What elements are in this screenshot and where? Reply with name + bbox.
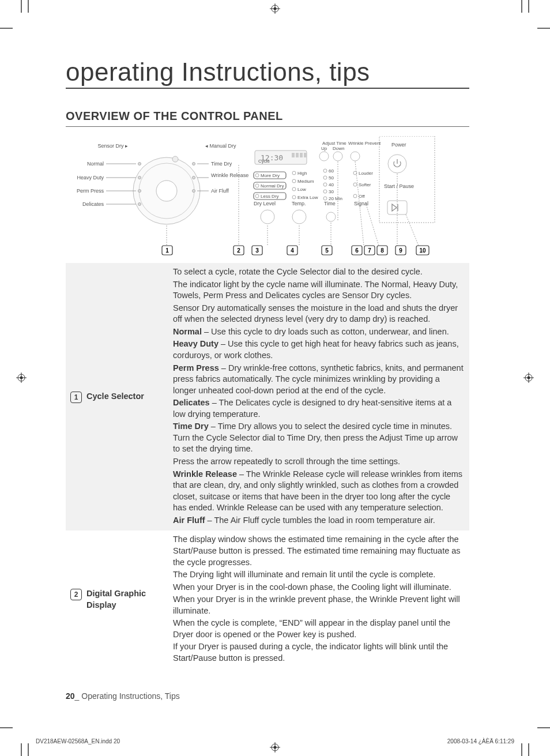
svg-point-15 xyxy=(528,377,530,379)
svg-text:Medium: Medium xyxy=(297,179,314,184)
svg-text:4: 4 xyxy=(291,247,294,254)
svg-point-3 xyxy=(274,7,277,10)
svg-text:50: 50 xyxy=(329,175,334,180)
svg-text:30: 30 xyxy=(329,189,334,194)
svg-point-75 xyxy=(323,183,327,186)
svg-point-61 xyxy=(292,171,296,175)
svg-line-111 xyxy=(406,215,419,246)
svg-rect-45 xyxy=(296,153,299,157)
row-description: The display window shows the estimated t… xyxy=(168,531,469,668)
svg-text:3: 3 xyxy=(255,247,259,254)
svg-text:Temp.: Temp. xyxy=(292,201,306,206)
svg-text:Adjust Time: Adjust Time xyxy=(322,141,346,146)
svg-text:Off: Off xyxy=(359,194,365,199)
svg-text:Less Dry: Less Dry xyxy=(261,194,279,199)
svg-text:Up: Up xyxy=(321,146,327,151)
svg-point-73 xyxy=(323,176,327,179)
svg-text:Wrinkle Prevent: Wrinkle Prevent xyxy=(348,141,381,146)
svg-text:◂  Manual Dry: ◂ Manual Dry xyxy=(205,143,236,149)
svg-point-87 xyxy=(333,152,342,161)
svg-point-86 xyxy=(319,152,329,161)
row-label: Cycle Selector xyxy=(86,391,144,403)
svg-point-71 xyxy=(323,169,327,172)
svg-text:Perm Press: Perm Press xyxy=(77,188,104,194)
svg-point-70 xyxy=(292,210,306,224)
svg-point-20 xyxy=(138,176,141,179)
row-description: To select a cycle, rotate the Cycle Sele… xyxy=(168,263,469,531)
svg-text:40: 40 xyxy=(329,182,334,187)
svg-text:Softer: Softer xyxy=(359,182,371,187)
svg-text:Wrinkle Release: Wrinkle Release xyxy=(211,172,248,178)
svg-line-109 xyxy=(366,202,379,246)
svg-text:Heavy Duty: Heavy Duty xyxy=(77,175,104,180)
svg-text:60: 60 xyxy=(329,168,334,174)
svg-text:Down: Down xyxy=(333,146,344,151)
svg-text:Dry Level: Dry Level xyxy=(254,201,276,206)
svg-point-92 xyxy=(353,194,357,198)
svg-point-57 xyxy=(255,194,259,198)
svg-text:Louder: Louder xyxy=(359,171,373,176)
svg-text:Delicates: Delicates xyxy=(82,201,104,207)
svg-point-21 xyxy=(138,190,141,193)
svg-point-25 xyxy=(193,190,195,193)
section-heading: OVERVIEW OF THE CONTROL PANEL xyxy=(66,110,469,127)
svg-text:7: 7 xyxy=(368,247,371,254)
svg-text:9: 9 xyxy=(399,247,402,254)
svg-point-23 xyxy=(193,163,195,166)
svg-text:Sensor Dry  ▸: Sensor Dry ▸ xyxy=(97,143,128,149)
svg-point-90 xyxy=(353,183,357,186)
svg-point-7 xyxy=(274,746,277,749)
svg-text:1: 1 xyxy=(165,247,169,254)
svg-point-77 xyxy=(323,190,327,193)
svg-text:Normal Dry: Normal Dry xyxy=(261,183,284,189)
svg-rect-46 xyxy=(300,153,303,157)
svg-text:5: 5 xyxy=(325,247,329,254)
row-number: 1 xyxy=(70,392,82,403)
svg-text:Extra Low: Extra Low xyxy=(297,195,318,200)
svg-text:Air Fluff: Air Fluff xyxy=(211,188,229,194)
registration-mark-icon xyxy=(523,373,534,383)
svg-point-65 xyxy=(292,187,296,191)
page-footer: 20_ Operating Instructions, Tips xyxy=(66,691,180,701)
svg-point-49 xyxy=(172,156,178,162)
svg-text:2: 2 xyxy=(237,247,240,254)
svg-point-24 xyxy=(193,176,195,179)
table-row: 1Cycle SelectorTo select a cycle, rotate… xyxy=(66,263,469,531)
svg-text:Time Dry: Time Dry xyxy=(211,161,232,167)
svg-point-96 xyxy=(351,152,360,161)
svg-text:Low: Low xyxy=(297,187,306,192)
svg-text:Start / Pause: Start / Pause xyxy=(384,183,414,189)
svg-point-79 xyxy=(323,197,327,200)
svg-text:Cycle: Cycle xyxy=(258,159,270,164)
svg-rect-44 xyxy=(292,153,295,157)
table-row: 2Digital Graphic DisplayThe display wind… xyxy=(66,531,469,668)
row-label: Digital Graphic Display xyxy=(86,588,164,611)
svg-rect-47 xyxy=(304,153,307,157)
svg-text:More Dry: More Dry xyxy=(261,173,280,178)
svg-point-82 xyxy=(326,212,336,221)
registration-mark-icon xyxy=(16,373,27,383)
svg-point-22 xyxy=(138,203,141,206)
print-metadata: DV218AEW-02568A_EN.indd 20 2008-03-14 ¿À… xyxy=(36,738,514,744)
svg-point-67 xyxy=(292,195,296,199)
svg-point-60 xyxy=(261,210,274,224)
svg-text:10: 10 xyxy=(419,247,426,254)
svg-point-18 xyxy=(156,180,177,201)
svg-point-63 xyxy=(292,179,296,183)
page-title: operating Instructions, tips xyxy=(66,58,469,89)
control-panel-diagram: Sensor Dry ▸ ◂ Manual Dry Normal Heavy D… xyxy=(66,136,469,257)
svg-text:Power: Power xyxy=(391,142,406,148)
svg-text:Normal: Normal xyxy=(87,161,104,167)
svg-point-19 xyxy=(138,163,141,166)
registration-mark-icon xyxy=(270,3,280,14)
svg-point-11 xyxy=(20,377,23,379)
diagram-callouts: 1 2 3 4 5 6 7 8 9 10 xyxy=(162,246,429,255)
svg-point-54 xyxy=(255,184,259,187)
description-table: 1Cycle SelectorTo select a cycle, rotate… xyxy=(66,263,469,669)
svg-point-51 xyxy=(255,174,259,177)
row-number: 2 xyxy=(70,589,82,600)
svg-text:High: High xyxy=(297,171,307,176)
svg-text:8: 8 xyxy=(381,247,384,254)
svg-text:6: 6 xyxy=(355,247,359,254)
svg-text:Time: Time xyxy=(324,201,336,206)
